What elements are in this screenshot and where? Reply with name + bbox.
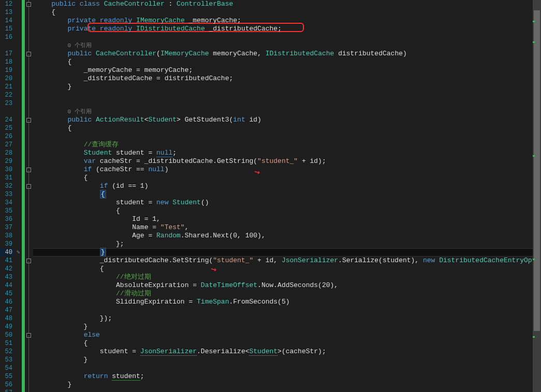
fold-column[interactable] bbox=[25, 25, 33, 33]
code-line[interactable]: } bbox=[33, 83, 541, 91]
code-line[interactable] bbox=[33, 33, 541, 41]
fold-column[interactable]: - bbox=[25, 0, 33, 8]
fold-toggle-icon[interactable]: - bbox=[26, 168, 31, 172]
fold-column[interactable] bbox=[25, 364, 33, 372]
fold-column[interactable] bbox=[25, 58, 33, 66]
code-line[interactable]: student = JsonSerializer.Deserialize<Stu… bbox=[33, 348, 541, 356]
code-line[interactable]: Name = "Test", bbox=[33, 223, 541, 232]
code-line[interactable] bbox=[33, 99, 541, 108]
code-line[interactable]: //滑动过期 bbox=[33, 290, 541, 298]
code-line[interactable]: var cacheStr = _distributedCache.GetStri… bbox=[33, 157, 541, 165]
fold-column[interactable] bbox=[25, 91, 33, 99]
code-line[interactable]: { bbox=[33, 265, 541, 273]
code-line[interactable]: } bbox=[33, 323, 541, 331]
fold-column[interactable] bbox=[25, 232, 33, 240]
fold-column[interactable] bbox=[25, 199, 33, 207]
code-line[interactable] bbox=[33, 389, 541, 392]
code-line[interactable] bbox=[33, 364, 541, 372]
code-line[interactable]: _memoryCache = memoryCache; bbox=[33, 66, 541, 74]
code-line[interactable]: private readonly IMemoryCache _memoryCac… bbox=[33, 17, 541, 25]
code-line[interactable]: _distributedCache.SetString("student_" +… bbox=[33, 257, 541, 265]
fold-column[interactable] bbox=[25, 281, 33, 290]
code-line[interactable]: student = new Student() bbox=[33, 199, 541, 207]
fold-column[interactable] bbox=[25, 108, 33, 116]
fold-toggle-icon[interactable]: - bbox=[26, 118, 31, 123]
code-editor[interactable]: 12-1314151617-18192021222324-25262728293… bbox=[0, 0, 541, 392]
code-line[interactable] bbox=[33, 132, 541, 141]
fold-column[interactable] bbox=[25, 74, 33, 83]
fold-column[interactable] bbox=[25, 215, 33, 223]
code-line[interactable]: SlidingExpiration = TimeSpan.FromSeconds… bbox=[33, 298, 541, 306]
fold-column[interactable] bbox=[25, 298, 33, 306]
fold-column[interactable] bbox=[25, 248, 33, 257]
fold-column[interactable] bbox=[25, 149, 33, 157]
fold-column[interactable] bbox=[25, 33, 33, 41]
fold-column[interactable] bbox=[25, 99, 33, 108]
fold-column[interactable] bbox=[25, 66, 33, 74]
fold-column[interactable] bbox=[25, 323, 33, 331]
fold-toggle-icon[interactable]: - bbox=[26, 184, 31, 189]
code-line[interactable]: public ActionResult<Student> GetStudent3… bbox=[33, 116, 541, 124]
fold-toggle-icon[interactable]: - bbox=[26, 52, 31, 56]
vertical-scrollbar[interactable] bbox=[533, 0, 541, 392]
fold-column[interactable] bbox=[25, 41, 33, 50]
fold-toggle-icon[interactable]: - bbox=[26, 2, 31, 7]
fold-column[interactable] bbox=[25, 290, 33, 298]
fold-toggle-icon[interactable]: - bbox=[26, 259, 31, 263]
code-area[interactable]: ↘ ↘ public class CacheController : Contr… bbox=[33, 0, 541, 392]
code-line[interactable]: if (id == 1) bbox=[33, 182, 541, 190]
fold-column[interactable] bbox=[25, 314, 33, 323]
code-line[interactable]: AbsoluteExpiration = DateTimeOffset.Now.… bbox=[33, 281, 541, 290]
code-line[interactable]: { bbox=[33, 58, 541, 66]
fold-column[interactable]: - bbox=[25, 165, 33, 174]
fold-column[interactable] bbox=[25, 124, 33, 132]
fold-column[interactable]: - bbox=[25, 116, 33, 124]
code-line[interactable]: } bbox=[33, 381, 541, 389]
fold-column[interactable] bbox=[25, 157, 33, 165]
code-line[interactable]: //绝对过期 bbox=[33, 273, 541, 281]
code-line[interactable]: 0 个引用 bbox=[33, 108, 541, 116]
fold-column[interactable]: - bbox=[25, 50, 33, 58]
scroll-thumb[interactable] bbox=[534, 10, 540, 331]
fold-column[interactable] bbox=[25, 223, 33, 232]
fold-toggle-icon[interactable]: - bbox=[26, 333, 31, 338]
code-line[interactable]: private readonly IDistributedCache _dist… bbox=[33, 25, 541, 33]
fold-column[interactable] bbox=[25, 306, 33, 314]
code-line[interactable]: Id = 1, bbox=[33, 215, 541, 223]
code-line[interactable] bbox=[33, 306, 541, 314]
fold-column[interactable] bbox=[25, 265, 33, 273]
code-line[interactable]: 0 个引用 bbox=[33, 41, 541, 50]
code-line[interactable]: else bbox=[33, 331, 541, 339]
fold-column[interactable] bbox=[25, 273, 33, 281]
fold-column[interactable] bbox=[25, 132, 33, 141]
code-line[interactable]: { bbox=[33, 124, 541, 132]
fold-column[interactable] bbox=[25, 348, 33, 356]
fold-column[interactable]: - bbox=[25, 182, 33, 190]
fold-column[interactable]: - bbox=[25, 257, 33, 265]
code-line[interactable]: public CacheController(IMemoryCache memo… bbox=[33, 50, 541, 58]
code-line[interactable]: Student student = null; bbox=[33, 149, 541, 157]
fold-column[interactable] bbox=[25, 389, 33, 392]
code-line[interactable] bbox=[33, 91, 541, 99]
code-line[interactable]: { bbox=[33, 8, 541, 17]
fold-column[interactable] bbox=[25, 8, 33, 17]
code-line[interactable]: { bbox=[33, 174, 541, 182]
code-line[interactable]: Age = Random.Shared.Next(0, 100), bbox=[33, 232, 541, 240]
fold-column[interactable] bbox=[25, 190, 33, 199]
fold-column[interactable] bbox=[25, 83, 33, 91]
fold-column[interactable] bbox=[25, 372, 33, 381]
fold-column[interactable] bbox=[25, 141, 33, 149]
code-line[interactable]: public class CacheController : Controlle… bbox=[33, 0, 541, 8]
code-line[interactable]: }; bbox=[33, 240, 541, 248]
code-line[interactable]: return student; bbox=[33, 372, 541, 381]
fold-column[interactable] bbox=[25, 17, 33, 25]
fold-column[interactable] bbox=[25, 381, 33, 389]
fold-column[interactable] bbox=[25, 207, 33, 215]
fold-column[interactable]: - bbox=[25, 331, 33, 339]
code-line[interactable]: //查询缓存 bbox=[33, 141, 541, 149]
fold-column[interactable] bbox=[25, 356, 33, 364]
fold-column[interactable] bbox=[25, 339, 33, 348]
code-line[interactable]: { bbox=[33, 207, 541, 215]
code-line[interactable]: { bbox=[33, 339, 541, 348]
fold-column[interactable] bbox=[25, 174, 33, 182]
